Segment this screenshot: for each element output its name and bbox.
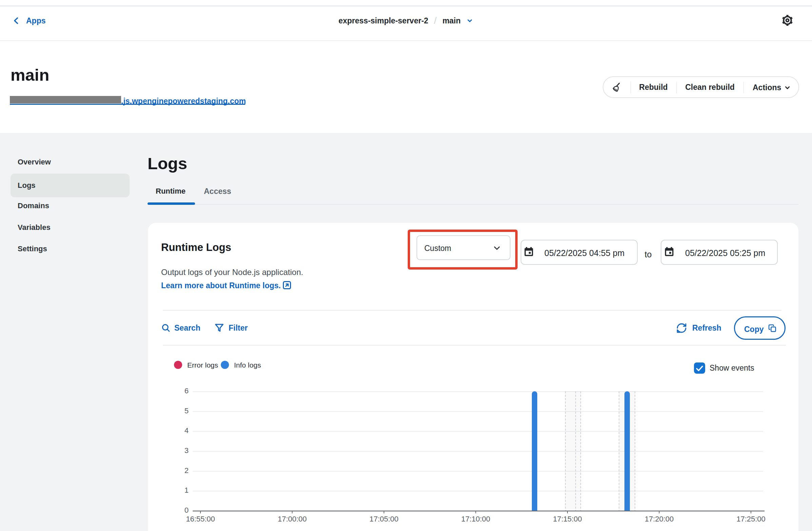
svg-text:16:55:00: 16:55:00 (186, 515, 215, 523)
svg-text:17:10:00: 17:10:00 (461, 515, 491, 523)
svg-text:1: 1 (185, 486, 189, 495)
svg-text:17:00:00: 17:00:00 (278, 515, 307, 523)
svg-text:6: 6 (185, 386, 189, 395)
svg-text:0: 0 (185, 506, 189, 514)
svg-text:17:25:00: 17:25:00 (736, 515, 766, 523)
svg-text:4: 4 (185, 426, 189, 435)
svg-text:17:20:00: 17:20:00 (645, 515, 674, 523)
svg-text:3: 3 (185, 446, 189, 455)
svg-text:17:05:00: 17:05:00 (369, 515, 398, 523)
svg-text:17:15:00: 17:15:00 (553, 515, 582, 523)
svg-text:2: 2 (185, 466, 189, 475)
svg-text:5: 5 (185, 407, 189, 415)
